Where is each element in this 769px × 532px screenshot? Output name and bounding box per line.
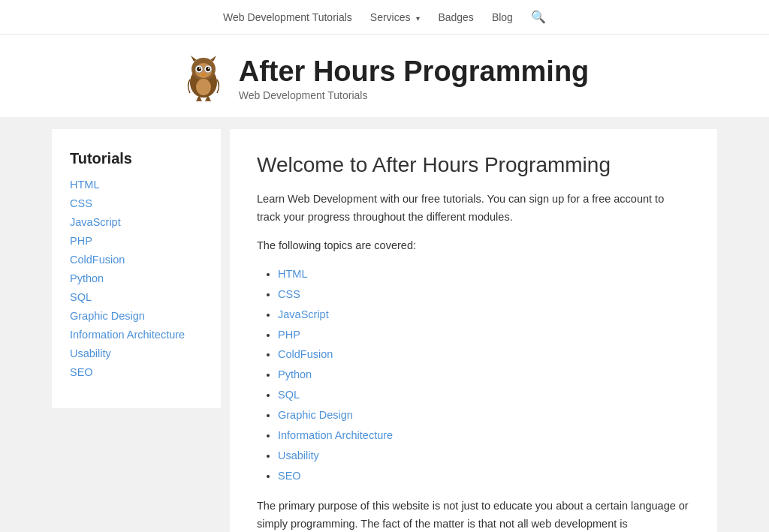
topic-link[interactable]: Graphic Design (278, 409, 353, 421)
owl-logo (180, 56, 227, 102)
topic-link[interactable]: HTML (278, 268, 307, 280)
sidebar-link[interactable]: Information Architecture (70, 329, 185, 341)
nav-link-badges[interactable]: Badges (438, 11, 473, 23)
topic-link[interactable]: ColdFusion (278, 348, 333, 360)
sidebar-links: HTMLCSSJavaScriptPHPColdFusionPythonSQLG… (70, 178, 203, 378)
site-title-block: After Hours Programming Web Development … (239, 56, 590, 101)
page-heading: Welcome to After Hours Programming (257, 153, 690, 177)
topic-link[interactable]: JavaScript (278, 308, 329, 320)
topic-item: JavaScript (278, 306, 690, 324)
nav-item-search[interactable]: 🔍 (531, 10, 546, 24)
body-paragraph-1: The primary purpose of this website is n… (257, 497, 690, 532)
topic-item: HTML (278, 266, 690, 284)
top-navigation: Web Development Tutorials Services ▾ Bad… (0, 0, 769, 35)
sidebar-link[interactable]: HTML (70, 179, 99, 191)
sidebar-item[interactable]: ColdFusion (70, 253, 203, 266)
sidebar-link[interactable]: JavaScript (70, 216, 121, 228)
topic-item: SEO (278, 467, 690, 485)
topics-intro: The following topics are covered: (257, 237, 690, 255)
main-wrapper: Tutorials HTMLCSSJavaScriptPHPColdFusion… (43, 117, 726, 532)
sidebar-item[interactable]: CSS (70, 197, 203, 209)
nav-link-tutorials[interactable]: Web Development Tutorials (223, 11, 352, 23)
main-content: Welcome to After Hours Programming Learn… (230, 129, 717, 532)
topics-list: HTMLCSSJavaScriptPHPColdFusionPythonSQLG… (257, 266, 690, 485)
nav-item-services[interactable]: Services ▾ (370, 11, 421, 23)
topic-link[interactable]: Python (278, 368, 312, 380)
topic-link[interactable]: PHP (278, 329, 300, 341)
intro-paragraph-1: Learn Web Development with our free tuto… (257, 191, 690, 227)
sidebar-link[interactable]: ColdFusion (70, 254, 125, 266)
sidebar-link[interactable]: CSS (70, 197, 92, 209)
topic-link[interactable]: CSS (278, 288, 300, 300)
svg-point-7 (197, 67, 201, 71)
sidebar-link[interactable]: Graphic Design (70, 310, 145, 322)
svg-point-9 (199, 68, 201, 69)
site-tagline: Web Development Tutorials (239, 89, 590, 101)
topic-item: SQL (278, 386, 690, 404)
svg-point-12 (196, 79, 211, 95)
svg-point-8 (206, 67, 210, 71)
topic-item: PHP (278, 326, 690, 344)
svg-point-10 (208, 68, 210, 69)
sidebar: Tutorials HTMLCSSJavaScriptPHPColdFusion… (52, 129, 221, 408)
sidebar-item[interactable]: Information Architecture (70, 328, 203, 341)
nav-item-tutorials[interactable]: Web Development Tutorials (223, 11, 352, 23)
nav-list: Web Development Tutorials Services ▾ Bad… (223, 10, 546, 24)
chevron-down-icon: ▾ (416, 14, 420, 23)
sidebar-link[interactable]: Python (70, 272, 104, 284)
sidebar-item[interactable]: PHP (70, 234, 203, 247)
nav-item-blog[interactable]: Blog (492, 11, 513, 23)
topic-item: Information Architecture (278, 427, 690, 445)
topic-item: CSS (278, 286, 690, 304)
sidebar-item[interactable]: Graphic Design (70, 309, 203, 322)
topic-link[interactable]: SQL (278, 389, 300, 401)
topic-item: ColdFusion (278, 346, 690, 364)
nav-item-badges[interactable]: Badges (438, 11, 473, 23)
sidebar-item[interactable]: Usability (70, 347, 203, 359)
nav-link-blog[interactable]: Blog (492, 11, 513, 23)
topic-item: Python (278, 366, 690, 384)
sidebar-link[interactable]: Usability (70, 347, 111, 359)
sidebar-item[interactable]: HTML (70, 178, 203, 191)
sidebar-link[interactable]: PHP (70, 235, 92, 247)
topic-link[interactable]: SEO (278, 470, 301, 482)
sidebar-item[interactable]: Python (70, 272, 203, 284)
topic-link[interactable]: Information Architecture (278, 429, 393, 441)
sidebar-item[interactable]: JavaScript (70, 215, 203, 228)
sidebar-link[interactable]: SQL (70, 291, 92, 303)
topic-item: Usability (278, 447, 690, 465)
nav-link-services[interactable]: Services ▾ (370, 11, 421, 23)
header-inner: After Hours Programming Web Development … (180, 56, 590, 102)
sidebar-item[interactable]: SQL (70, 290, 203, 303)
site-header: After Hours Programming Web Development … (0, 35, 769, 117)
sidebar-item[interactable]: SEO (70, 365, 203, 378)
sidebar-link[interactable]: SEO (70, 366, 93, 378)
topic-link[interactable]: Usability (278, 449, 319, 461)
sidebar-heading: Tutorials (70, 150, 203, 167)
search-icon[interactable]: 🔍 (531, 11, 546, 23)
topic-item: Graphic Design (278, 407, 690, 425)
site-title: After Hours Programming (239, 56, 590, 88)
